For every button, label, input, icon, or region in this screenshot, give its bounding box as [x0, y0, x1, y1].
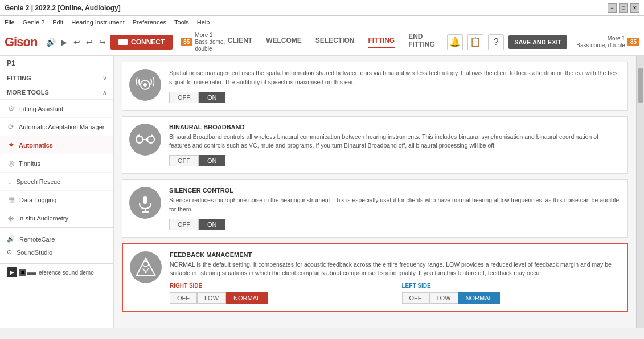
right-off-btn[interactable]: OFF [170, 292, 197, 304]
tab-selection[interactable]: SELECTION [315, 36, 355, 48]
help-icon[interactable]: ? [488, 34, 504, 50]
scrollbar[interactable] [636, 56, 644, 328]
title-bar: Genie 2 | 2022.2 [Online, Audiology] − □… [0, 0, 644, 16]
right-normal-btn[interactable]: NORMAL [226, 292, 268, 304]
menu-file[interactable]: File [5, 19, 15, 26]
sidebar-bottom: 🔊 RemoteCare ⊙ SoundStudio [0, 227, 113, 263]
sidebar-item-speech-rescue[interactable]: ↓ Speech Rescue [0, 173, 113, 191]
binaural-broadband-title: BINAURAL BROADBAND [169, 124, 621, 130]
tab-client[interactable]: CLIENT [228, 36, 252, 48]
left-low-btn[interactable]: LOW [429, 292, 458, 304]
spatial-noise-icon [129, 69, 161, 101]
speech-rescue-label: Speech Rescue [17, 178, 61, 185]
menu-help[interactable]: Help [197, 19, 210, 26]
audio-player: ▶ ■ ▬ eference sound demo [0, 263, 113, 281]
silencer-off-btn[interactable]: OFF [169, 219, 199, 230]
fitting-assistant-icon: ⚙ [8, 104, 15, 113]
sidebar-more-tools-section[interactable]: MORE TOOLS ∧ [0, 85, 113, 100]
tab-fitting[interactable]: FITTING [368, 36, 395, 48]
menu-edit[interactable]: Edit [52, 19, 63, 26]
right-sub-label: Bass dome, double [576, 42, 625, 49]
left-badge-num: 85 [181, 38, 192, 46]
binaural-broadband-off-btn[interactable]: OFF [169, 155, 199, 166]
silencer-desc: Silencer reduces microphone noise in the… [169, 196, 621, 214]
connect-label: CONNECT [131, 38, 165, 46]
feedback-right-side: RIGHT SIDE OFF LOW NORMAL [170, 283, 388, 304]
silencer-title: SILENCER CONTROL [169, 187, 621, 194]
svg-point-2 [136, 136, 143, 143]
connect-button[interactable]: CONNECT [110, 35, 173, 50]
sidebar-remote-care[interactable]: 🔊 RemoteCare [7, 232, 106, 246]
toolbar-icon-1[interactable]: 🔊 [46, 36, 56, 48]
menu-bar: File Genie 2 Edit Hearing Instrument Pre… [0, 16, 644, 28]
fitting-label: FITTING [7, 75, 31, 81]
sidebar-item-in-situ-audiometry[interactable]: ◈ In-situ Audiometry [0, 209, 113, 227]
binaural-broadband-on-btn[interactable]: ON [199, 155, 225, 166]
silencer-on-btn[interactable]: ON [199, 219, 225, 230]
minimize-button[interactable]: − [608, 3, 617, 13]
save-exit-button[interactable]: SAVE AND EXIT [508, 35, 567, 49]
tab-end-fitting[interactable]: END FITTING [408, 32, 447, 52]
toolbar-right: 🔔 📋 ? SAVE AND EXIT More 1 Bass dome, do… [447, 34, 639, 50]
left-off-btn[interactable]: OFF [402, 292, 429, 304]
maximize-button[interactable]: □ [619, 3, 628, 13]
left-sub-label: Bass dome, double [195, 39, 227, 52]
sidebar-item-automatic-adaptation-manager[interactable]: ⟳ Automatic Adaptation Manager [0, 118, 113, 136]
connect-icon [118, 39, 128, 45]
window-controls[interactable]: − □ ✕ [608, 3, 639, 13]
binaural-broadband-card: BINAURAL BROADBAND Binaural Broadband co… [122, 116, 628, 174]
sidebar-sound-studio[interactable]: ⊙ SoundStudio [7, 246, 106, 259]
main-layout: P1 FITTING ∨ MORE TOOLS ∧ ⚙ Fitting Assi… [0, 56, 644, 328]
sidebar-item-fitting-assistant[interactable]: ⚙ Fitting Assistant [0, 100, 113, 118]
binaural-broadband-desc: Binaural Broadband controls all wireless… [169, 133, 621, 151]
svg-point-1 [143, 83, 147, 87]
silencer-icon [129, 187, 161, 219]
toolbar-icon-5[interactable]: ↪ [98, 36, 107, 48]
right-toggle-group: OFF LOW NORMAL [170, 292, 388, 304]
feedback-left-side: LEFT SIDE OFF LOW NORMAL [402, 283, 621, 304]
tab-welcome[interactable]: WELCOME [266, 36, 302, 48]
stop-button[interactable]: ■ [19, 269, 26, 276]
sidebar-p1-label: P1 [0, 56, 113, 71]
play-button[interactable]: ▶ [7, 267, 17, 277]
toolbar-icon-4[interactable]: ↩ [85, 36, 94, 48]
clipboard-icon[interactable]: 📋 [467, 34, 483, 50]
toolbar-icon-2[interactable]: ▶ [59, 36, 68, 48]
scrollbar-thumb[interactable] [638, 68, 643, 103]
svg-rect-6 [143, 196, 147, 204]
menu-tools[interactable]: Tools [174, 19, 189, 26]
notification-icon[interactable]: 🔔 [447, 34, 463, 50]
fitting-chevron-icon: ∨ [102, 75, 106, 81]
feedback-icon [130, 251, 162, 283]
left-more-label: More 1 [195, 32, 227, 39]
right-client-badge: More 1 Bass dome, double 85 [576, 35, 639, 49]
left-side-label: LEFT SIDE [402, 283, 621, 289]
volume-slider-icon[interactable]: ▬ [27, 267, 36, 277]
left-normal-btn[interactable]: NORMAL [458, 292, 500, 304]
sound-studio-icon: ⊙ [7, 248, 12, 256]
sidebar-item-tinnitus[interactable]: ◎ Tinnitus [0, 154, 113, 173]
svg-point-10 [145, 271, 147, 273]
toolbar-icon-3[interactable]: ↩ [72, 36, 81, 48]
content-area: Spatial noise management uses the spatia… [114, 56, 636, 328]
audio-text: eference sound demo [39, 269, 94, 276]
close-button[interactable]: ✕ [630, 3, 639, 13]
spatial-noise-on-btn[interactable]: ON [199, 92, 225, 103]
fitting-assistant-label: Fitting Assistant [19, 105, 63, 112]
remote-care-icon: 🔊 [7, 235, 15, 243]
sidebar-item-automatics[interactable]: ✦ Automatics [0, 136, 113, 154]
right-side-label: RIGHT SIDE [170, 283, 388, 289]
left-client-badge: 85 More 1 Bass dome, double [181, 32, 228, 52]
data-logging-icon: ▦ [8, 195, 15, 204]
right-low-btn[interactable]: LOW [197, 292, 226, 304]
window-title: Genie 2 | 2022.2 [Online, Audiology] [5, 4, 608, 12]
binaural-broadband-icon [129, 124, 161, 156]
menu-genie2[interactable]: Genie 2 [23, 19, 45, 26]
sidebar-item-data-logging[interactable]: ▦ Data Logging [0, 191, 113, 209]
menu-hearing-instrument[interactable]: Hearing Instrument [71, 19, 125, 26]
silencer-toggle: OFF ON [169, 219, 621, 230]
spatial-noise-off-btn[interactable]: OFF [169, 92, 199, 103]
sidebar-fitting-section[interactable]: FITTING ∨ [0, 71, 113, 85]
toolbar: Gison 🔊 ▶ ↩ ↩ ↪ CONNECT 85 More 1 Bass d… [0, 28, 644, 56]
menu-preferences[interactable]: Preferences [133, 19, 166, 26]
